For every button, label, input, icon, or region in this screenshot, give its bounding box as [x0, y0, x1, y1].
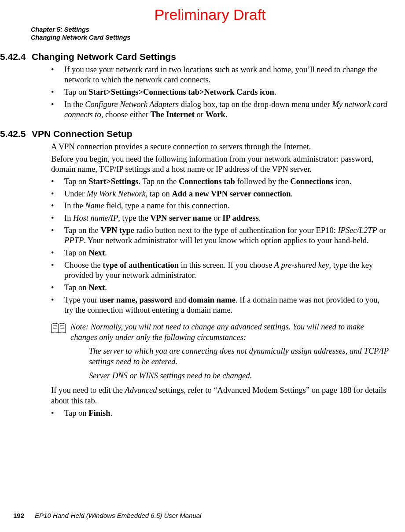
text-bold: VPN server name — [150, 214, 211, 222]
list-item: In the Configure Network Adapters dialog… — [51, 100, 389, 120]
svg-line-6 — [60, 328, 64, 329]
text-bold: VPN type — [100, 226, 134, 235]
text: . — [105, 283, 107, 292]
list-item: Tap on the VPN type radio button next to… — [51, 225, 389, 246]
section-5-42-4-list: If you use your network card in two loca… — [31, 65, 389, 120]
paragraph: If you need to edit the Advanced setting… — [51, 385, 389, 406]
section-5-42-4-heading: 5.42.4Changing Network Card Settings — [0, 51, 389, 63]
text-italic: Configure Network Adapters — [85, 100, 179, 109]
section-5-42-5-heading: 5.42.5VPN Connection Setup — [0, 128, 389, 140]
note-text: Normally, you will not need to change an… — [70, 322, 364, 342]
text-bold: IP address — [222, 214, 258, 222]
text: . — [259, 214, 261, 222]
list-item: Tap on Finish. — [51, 408, 389, 419]
section-title: VPN Connection Setup — [32, 129, 133, 139]
manual-title: EP10 Hand-Held (Windows Embedded 6.5) Us… — [35, 512, 201, 519]
list-item: Type your user name, password and domain… — [51, 295, 389, 316]
text: . — [274, 88, 276, 96]
text-italic: Host name/IP — [73, 214, 118, 222]
text: or — [377, 226, 386, 235]
text: If you use your network card in two loca… — [64, 65, 378, 85]
text: and — [173, 296, 188, 304]
page-footer: 192EP10 Hand-Held (Windows Embedded 6.5)… — [13, 511, 201, 520]
text: , tap on — [146, 189, 172, 198]
text: In the — [64, 201, 85, 210]
text-bold: Next — [88, 248, 105, 257]
paragraph: A VPN connection provides a secure conne… — [51, 142, 389, 152]
note-block: Note: Normally, you will not need to cha… — [51, 322, 389, 381]
text-bold: The Internet — [151, 110, 195, 119]
note-text: The server to which you are connecting d… — [70, 346, 389, 367]
text-bold: domain name — [188, 296, 236, 304]
list-item: Tap on Start>Settings>Connections tab>Ne… — [51, 87, 389, 98]
chapter-header-line1: Chapter 5: Settings — [31, 26, 389, 33]
text-bold: Work — [206, 110, 225, 119]
text: , type the — [118, 214, 150, 222]
page-number: 192 — [13, 512, 24, 519]
text: radio button next to the type of authent… — [134, 226, 338, 235]
text: . — [105, 248, 107, 257]
note-label: Note: — [70, 322, 91, 331]
text-bold: Connections — [290, 177, 333, 186]
text: In — [64, 214, 73, 222]
text: followed by the — [235, 177, 290, 186]
text: Tap on — [64, 409, 88, 417]
text: If you need to edit the — [51, 386, 125, 395]
text: Type your — [64, 296, 99, 304]
svg-line-4 — [60, 325, 64, 326]
list-item: If you use your network card in two loca… — [51, 65, 389, 85]
text-italic: A pre-shared key — [274, 261, 329, 270]
text: field, type a name for this connection. — [104, 201, 229, 210]
list-item: In Host name/IP, type the VPN server nam… — [51, 213, 389, 224]
book-icon — [51, 323, 66, 334]
text: icon. — [333, 177, 351, 186]
text: Choose the — [64, 261, 103, 270]
note-text: Server DNS or WINS settings need to be c… — [70, 371, 389, 381]
svg-line-2 — [53, 327, 57, 327]
text: . — [291, 189, 293, 198]
list-item: Under My Work Network, tap on Add a new … — [51, 189, 389, 200]
text: Tap on — [64, 88, 88, 96]
text-bold: Start>Settings — [88, 177, 138, 186]
text: In the — [64, 100, 85, 109]
note-body: Note: Normally, you will not need to cha… — [70, 322, 389, 381]
section-number: 5.42.5 — [0, 128, 32, 140]
text-italic: Name — [85, 201, 104, 210]
svg-line-3 — [53, 328, 57, 329]
text: . — [225, 110, 228, 119]
section-number: 5.42.4 — [0, 51, 32, 63]
list-item: Choose the type of authentication in thi… — [51, 260, 389, 281]
section-5-42-5-list: Tap on Start>Settings. Tap on the Connec… — [31, 177, 389, 316]
svg-line-1 — [53, 325, 57, 326]
text-bold: Start>Settings>Connections tab>Network C… — [88, 88, 274, 96]
text: . Your network administrator will let yo… — [84, 236, 368, 245]
text-italic: Advanced — [125, 386, 157, 395]
text: Under — [64, 189, 87, 198]
paragraph: Before you begin, you need the following… — [51, 154, 389, 175]
text: in this screen. If you choose — [179, 261, 274, 270]
text: Tap on the — [64, 226, 100, 235]
text-italic: My Work Network — [87, 189, 146, 198]
text-bold: Add a new VPN server connection — [172, 189, 291, 198]
text-bold: Connections tab — [179, 177, 235, 186]
list-item: In the Name field, type a name for this … — [51, 201, 389, 211]
text: . — [110, 409, 113, 417]
section-5-42-5-list-tail: Tap on Finish. — [31, 408, 389, 419]
text: Tap on — [64, 283, 88, 292]
text-bold: user name, password — [99, 296, 173, 304]
preliminary-draft-banner: Preliminary Draft — [31, 5, 389, 25]
text-bold: type of authentication — [103, 261, 179, 270]
text: or — [212, 214, 223, 222]
text: Tap on — [64, 248, 88, 257]
svg-line-5 — [60, 327, 64, 327]
text: Tap on — [64, 177, 88, 186]
chapter-header: Chapter 5: Settings Changing Network Car… — [31, 26, 389, 41]
text: or — [195, 110, 206, 119]
text-italic: PPTP — [64, 236, 84, 245]
chapter-header-line2: Changing Network Card Settings — [31, 33, 389, 41]
section-title: Changing Network Card Settings — [32, 52, 176, 62]
text: choose either — [103, 110, 150, 119]
list-item: Tap on Start>Settings. Tap on the Connec… — [51, 177, 389, 187]
text: . Tap on the — [139, 177, 179, 186]
list-item: Tap on Next. — [51, 283, 389, 293]
